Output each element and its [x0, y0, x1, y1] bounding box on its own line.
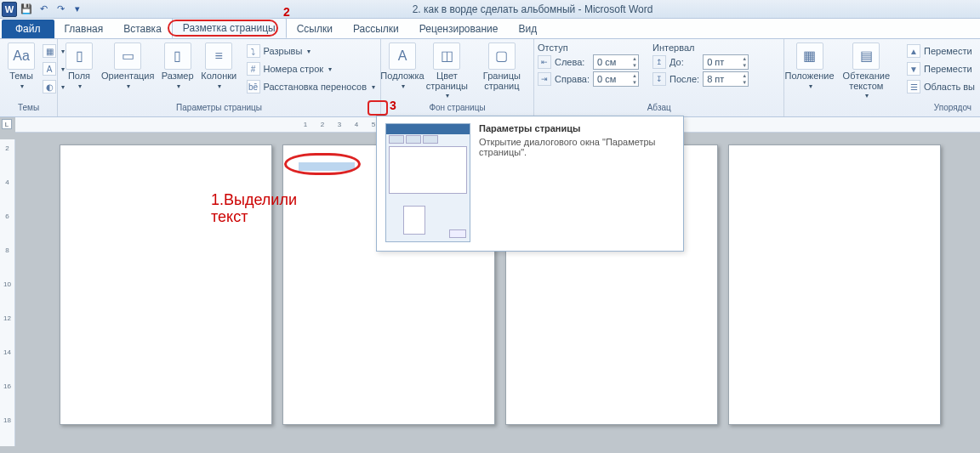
tab-file[interactable]: Файл [2, 20, 54, 38]
line-numbers-button[interactable]: #Номера строк▾ [245, 60, 377, 77]
text-selection [299, 162, 355, 171]
group-themes-label: Темы [3, 103, 54, 116]
watermark-icon: A [389, 42, 416, 70]
tab-insert[interactable]: Вставка [113, 20, 172, 38]
title-bar: W 💾 ↶ ↷ ▾ 2. как в ворде сделать альбомн… [0, 0, 980, 19]
ribbon-tabs: Файл Главная Вставка Разметка страницы С… [0, 19, 980, 39]
save-icon[interactable]: 💾 [19, 2, 34, 17]
size-icon: ▯ [164, 42, 191, 70]
indent-left-input[interactable]: 0 см [593, 54, 639, 70]
tab-mailings[interactable]: Рассылки [343, 20, 409, 38]
tab-home[interactable]: Главная [54, 20, 114, 38]
page-color-icon: ◫ [433, 42, 460, 70]
watermark-button[interactable]: A Подложка▾ [385, 41, 420, 92]
wrap-text-icon: ▤ [852, 42, 880, 70]
bring-forward-icon: ▲ [907, 44, 920, 58]
send-backward-button[interactable]: ▼Перемести [905, 60, 977, 77]
send-backward-icon: ▼ [907, 62, 920, 76]
annotation-number-2: 2 [283, 5, 290, 19]
group-page-background: A Подложка▾ ◫ Цвет страницы▾ ▢ Границы с… [381, 39, 534, 116]
fonts-icon: A [43, 62, 56, 76]
app-icon[interactable]: W [2, 2, 17, 17]
quick-access-toolbar: W 💾 ↶ ↷ ▾ [0, 2, 85, 17]
margins-button[interactable]: ▯ Поля▾ [61, 41, 97, 92]
indent-right-icon: ⇥ [538, 72, 551, 86]
annotation-number-3: 3 [390, 99, 396, 112]
annotation-step1: 1.Выделили текст [211, 192, 297, 226]
page-1[interactable] [60, 144, 272, 425]
page-color-button[interactable]: ◫ Цвет страницы▾ [422, 41, 472, 101]
orientation-button[interactable]: ▭ Ориентация▾ [99, 41, 157, 92]
position-button[interactable]: ▦ Положение▾ [788, 41, 830, 92]
position-icon: ▦ [796, 42, 823, 70]
effects-icon: ◐ [43, 80, 56, 93]
page-borders-button[interactable]: ▢ Границы страниц [474, 41, 530, 93]
spacing-after-icon: ↧ [652, 72, 666, 86]
spacing-before-label: До: [669, 57, 699, 67]
group-themes: Aa Темы▾ ▦▾ A▾ ◐▾ Темы [0, 39, 58, 116]
tab-view[interactable]: Вид [508, 20, 547, 38]
indent-right-label: Справа: [555, 74, 590, 84]
tab-references[interactable]: Ссылки [287, 20, 343, 38]
selection-pane-button[interactable]: ☰Область вы [905, 78, 977, 95]
tooltip-thumbnail [385, 123, 470, 242]
themes-icon: Aa [8, 42, 35, 70]
themes-button[interactable]: Aa Темы▾ [3, 41, 39, 92]
ribbon: Aa Темы▾ ▦▾ A▾ ◐▾ Темы ▯ Поля▾ ▭ Ориента… [0, 39, 980, 117]
group-page-setup-label: Параметры страницы [61, 103, 377, 116]
group-page-setup: ▯ Поля▾ ▭ Ориентация▾ ▯ Размер▾ ≡ Колонк… [58, 39, 381, 116]
wrap-text-button[interactable]: ▤ Обтекание текстом▾ [833, 41, 900, 101]
tooltip-page-setup: Параметры страницы Открытие диалогового … [376, 116, 684, 252]
breaks-button[interactable]: ⤵Разрывы▾ [245, 42, 377, 59]
indent-header: Отступ [538, 42, 639, 53]
spacing-after-label: После: [669, 74, 699, 84]
selection-pane-icon: ☰ [907, 80, 920, 93]
group-paragraph: Отступ ⇤ Слева: 0 см ⇥ Справа: 0 см Инте… [534, 39, 784, 116]
indent-left-label: Слева: [555, 57, 590, 67]
columns-icon: ≡ [205, 42, 232, 70]
palette-icon: ▦ [43, 44, 56, 58]
group-paragraph-label: Абзац [538, 103, 780, 116]
page-4[interactable] [728, 144, 941, 425]
columns-button[interactable]: ≡ Колонки▾ [198, 41, 240, 92]
hyphenation-button[interactable]: bēРасстановка переносов▾ [245, 78, 377, 95]
tab-review[interactable]: Рецензирование [409, 20, 509, 38]
qat-customize-icon[interactable]: ▾ [70, 2, 85, 17]
margins-icon: ▯ [66, 42, 93, 70]
size-button[interactable]: ▯ Размер▾ [158, 41, 197, 92]
hyphenation-icon: bē [247, 80, 260, 93]
spacing-after-input[interactable]: 8 пт [703, 71, 749, 87]
tab-page-layout[interactable]: Разметка страницы [172, 18, 287, 38]
undo-icon[interactable]: ↶ [36, 2, 51, 17]
indent-right-input[interactable]: 0 см [593, 71, 639, 87]
bring-forward-button[interactable]: ▲Перемести [905, 42, 977, 59]
line-numbers-icon: # [247, 62, 260, 76]
orientation-icon: ▭ [114, 42, 141, 70]
breaks-icon: ⤵ [247, 44, 260, 58]
group-page-background-label: Фон страницы [385, 103, 530, 116]
window-title: 2. как в ворде сделать альбомный - Micro… [85, 3, 980, 15]
spacing-before-input[interactable]: 0 пт [703, 54, 749, 70]
spacing-header: Интервал [652, 42, 749, 53]
tooltip-title: Параметры страницы [479, 123, 675, 133]
tab-selector[interactable]: L [2, 119, 12, 129]
page-borders-icon: ▢ [488, 42, 516, 70]
themes-label: Темы [9, 71, 33, 82]
spacing-before-icon: ↥ [652, 55, 666, 69]
redo-icon[interactable]: ↷ [53, 2, 68, 17]
group-arrange: ▦ Положение▾ ▤ Обтекание текстом▾ ▲Перем… [784, 39, 980, 116]
vertical-ruler[interactable]: 2 4 6 8 10 12 14 16 18 [0, 139, 15, 446]
tooltip-body: Открытие диалогового окна "Параметры стр… [479, 137, 675, 157]
group-arrange-label: Упорядоч [788, 103, 977, 116]
indent-left-icon: ⇤ [538, 55, 551, 69]
